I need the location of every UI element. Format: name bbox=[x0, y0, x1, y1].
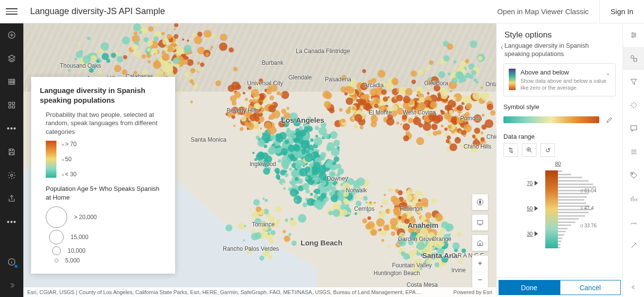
flip-ramp-icon[interactable]: ⇅ bbox=[503, 143, 518, 157]
back-icon[interactable]: ‹ bbox=[498, 43, 506, 52]
more-icon[interactable]: ••• bbox=[0, 117, 23, 140]
filter-icon[interactable] bbox=[623, 70, 644, 93]
tick-50[interactable]: 50 bbox=[527, 205, 538, 211]
tick-30[interactable]: 30 bbox=[527, 231, 538, 237]
tools-icon[interactable] bbox=[623, 234, 644, 257]
svg-point-1372 bbox=[83, 55, 91, 63]
svg-point-771 bbox=[431, 124, 438, 130]
svg-point-1201 bbox=[358, 210, 361, 214]
svg-point-464 bbox=[247, 128, 249, 130]
svg-point-173 bbox=[330, 131, 338, 139]
svg-point-910 bbox=[387, 221, 390, 223]
theme-selector[interactable]: Above and below Show data above and belo… bbox=[503, 63, 616, 97]
map-canvas[interactable]: Los AngelesThousand OaksAgoura HillsCala… bbox=[23, 23, 496, 297]
svg-point-1178 bbox=[355, 212, 357, 215]
svg-point-880 bbox=[421, 215, 426, 221]
svg-point-1262 bbox=[147, 48, 150, 52]
svg-point-344 bbox=[319, 154, 325, 160]
layers-icon[interactable] bbox=[0, 47, 23, 70]
svg-point-459 bbox=[269, 114, 275, 120]
style-icon[interactable] bbox=[623, 47, 644, 70]
sketch-icon[interactable] bbox=[623, 210, 644, 234]
svg-point-577 bbox=[351, 79, 356, 84]
sign-in-link[interactable]: Sign In bbox=[599, 0, 644, 23]
left-rail: ••• ••• bbox=[0, 23, 23, 297]
svg-point-1130 bbox=[243, 240, 245, 241]
svg-point-737 bbox=[457, 106, 461, 110]
svg-point-366 bbox=[320, 180, 322, 182]
home-icon[interactable] bbox=[472, 235, 488, 251]
reset-range-icon[interactable]: ↺ bbox=[540, 143, 555, 157]
more-icon-2[interactable]: ••• bbox=[0, 210, 23, 234]
svg-point-925 bbox=[400, 225, 403, 228]
svg-point-215 bbox=[304, 149, 307, 152]
settings-icon[interactable] bbox=[0, 164, 23, 187]
add-icon[interactable] bbox=[0, 23, 23, 47]
collapse-icon[interactable] bbox=[623, 278, 644, 297]
menu-icon[interactable] bbox=[6, 6, 18, 18]
svg-point-476 bbox=[322, 91, 330, 98]
zoom-in-icon[interactable]: + bbox=[478, 256, 482, 272]
info-icon[interactable] bbox=[0, 250, 23, 274]
done-button[interactable]: Done bbox=[499, 280, 560, 295]
popup-icon[interactable] bbox=[623, 117, 644, 140]
svg-point-656 bbox=[393, 81, 397, 85]
svg-point-788 bbox=[487, 104, 493, 110]
tick-70[interactable]: 70 bbox=[527, 180, 538, 186]
zoom-out-icon[interactable]: − bbox=[478, 272, 482, 288]
svg-point-1203 bbox=[328, 211, 333, 215]
histogram[interactable]: 80 70 50 30 σ61.04 x̄47.4 σ33.76 bbox=[503, 162, 616, 254]
svg-point-1062 bbox=[179, 91, 181, 93]
cancel-button[interactable]: Cancel bbox=[560, 280, 621, 295]
configure-icon[interactable] bbox=[623, 23, 644, 47]
zoom-range-icon[interactable] bbox=[522, 143, 537, 157]
svg-point-333 bbox=[299, 168, 308, 177]
effects-icon[interactable] bbox=[623, 93, 644, 117]
svg-point-703 bbox=[427, 86, 431, 90]
table-icon[interactable] bbox=[0, 70, 23, 93]
share-icon[interactable] bbox=[0, 187, 23, 210]
svg-point-1042 bbox=[189, 79, 194, 83]
svg-point-496 bbox=[359, 126, 363, 130]
svg-point-917 bbox=[390, 218, 398, 226]
symbol-gradient[interactable] bbox=[503, 116, 599, 123]
zoom-control[interactable]: + − bbox=[472, 255, 488, 288]
svg-point-779 bbox=[482, 124, 487, 130]
svg-point-1009 bbox=[443, 234, 450, 241]
svg-point-1319 bbox=[481, 87, 483, 89]
svg-point-218 bbox=[326, 142, 335, 150]
svg-point-1219 bbox=[331, 179, 335, 183]
svg-rect-4 bbox=[9, 106, 11, 109]
svg-point-672 bbox=[411, 79, 416, 84]
svg-point-185 bbox=[293, 119, 301, 127]
svg-point-1023 bbox=[411, 249, 417, 255]
legend-desc: Probability that two people, selected at… bbox=[40, 111, 166, 136]
svg-point-758 bbox=[430, 101, 437, 109]
svg-point-144 bbox=[307, 126, 313, 132]
edit-symbol-icon[interactable] bbox=[603, 113, 616, 126]
svg-point-1356 bbox=[68, 69, 71, 72]
svg-point-919 bbox=[407, 188, 413, 194]
svg-point-1013 bbox=[441, 256, 448, 263]
svg-point-528 bbox=[344, 92, 348, 95]
svg-point-434 bbox=[260, 128, 262, 130]
svg-point-1306 bbox=[465, 59, 469, 63]
basemap-icon[interactable] bbox=[0, 93, 23, 117]
svg-point-770 bbox=[470, 145, 478, 152]
svg-point-190 bbox=[258, 160, 265, 167]
svg-point-224 bbox=[299, 130, 306, 137]
open-classic-link[interactable]: Open in Map Viewer Classic bbox=[486, 0, 599, 23]
svg-point-778 bbox=[474, 128, 481, 134]
svg-point-904 bbox=[391, 196, 397, 203]
svg-point-978 bbox=[408, 240, 413, 245]
chart-icon[interactable] bbox=[623, 187, 644, 210]
expand-icon[interactable] bbox=[0, 274, 23, 297]
compass-icon[interactable] bbox=[472, 194, 488, 210]
hist-gradient bbox=[545, 170, 558, 248]
svg-point-1143 bbox=[248, 247, 250, 249]
labels-icon[interactable] bbox=[623, 164, 644, 187]
save-icon[interactable] bbox=[0, 140, 23, 164]
svg-point-1315 bbox=[447, 43, 453, 50]
fields-icon[interactable] bbox=[623, 140, 644, 164]
view-icon[interactable] bbox=[472, 214, 488, 231]
